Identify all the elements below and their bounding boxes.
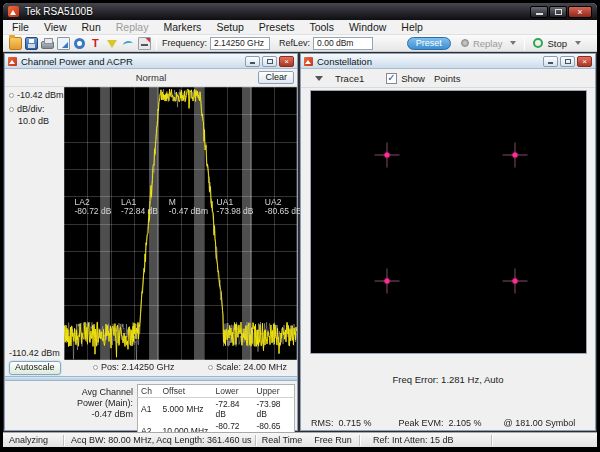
points-label[interactable]: Points: [434, 73, 460, 84]
acpr-titlebar[interactable]: Channel Power and ACPR ×: [5, 54, 297, 69]
view-mode-selector[interactable]: Normal: [5, 69, 297, 86]
autoscale-button[interactable]: Autoscale: [9, 361, 61, 375]
run-controls: Preset Replay Stop: [407, 37, 581, 50]
trace-controls: Trace1 Show Points: [301, 69, 595, 88]
pos-value: 2.14250 GHz: [122, 362, 175, 372]
recall-icon[interactable]: [57, 37, 70, 50]
menu-markers[interactable]: Markers: [163, 21, 201, 33]
trace-math-icon[interactable]: [122, 37, 135, 50]
acpr-results: Avg Channel Power (Main): -0.47 dBm Ch O…: [5, 381, 297, 430]
menu-presets[interactable]: Presets: [259, 21, 295, 33]
knob-icon: [93, 365, 98, 370]
stop-button[interactable]: Stop: [533, 38, 567, 49]
status-trigger: Free Run: [307, 435, 359, 445]
maximize-icon: [565, 59, 571, 64]
constellation-titlebar[interactable]: Constellation ×: [301, 54, 595, 69]
constellation-title: Constellation: [317, 56, 372, 67]
evm-readouts: RMS: 0.715 % Peak EVM: 2.105 % @ 181.00 …: [311, 418, 591, 428]
avg-line1: Avg Channel: [49, 387, 133, 398]
col-lower: Lower: [213, 385, 254, 398]
peak-evm-readout: Peak EVM: 2.105 %: [399, 418, 482, 428]
db-per-div-label: dB/div:: [17, 104, 45, 114]
settings-gear-icon[interactable]: [74, 38, 85, 49]
knob-icon: [9, 107, 14, 112]
rms-value: 0.715 %: [339, 418, 372, 428]
scale-control[interactable]: Scale: 24.00 MHz: [208, 362, 287, 372]
menu-help[interactable]: Help: [401, 21, 423, 33]
replay-label: Replay: [473, 38, 503, 49]
maximize-button[interactable]: [560, 56, 575, 67]
minimize-button[interactable]: [530, 6, 548, 18]
workspace: Channel Power and ACPR × Normal Clear -1…: [3, 52, 597, 432]
spectrum-graph[interactable]: LA2-80.72 dBLA1-72.84 dBM-0.47 dBmUA1-73…: [64, 87, 297, 360]
constellation-window: Constellation × Trace1 Show Points Freq …: [300, 53, 596, 431]
maximize-button[interactable]: [262, 56, 277, 67]
scale-value: 24.00 MHz: [244, 362, 288, 372]
constellation-point: [375, 269, 400, 294]
top-ref-value: -10.42 dBm: [17, 90, 64, 100]
freq-error-readout: Freq Error: 1.281 Hz, Auto: [301, 374, 595, 385]
menu-setup[interactable]: Setup: [216, 21, 243, 33]
preset-button[interactable]: Preset: [407, 37, 451, 50]
open-file-icon[interactable]: [9, 37, 22, 50]
frequency-input[interactable]: 2.14250 GHz: [210, 37, 270, 50]
bottom-reference-level: -110.42 dBm: [9, 348, 60, 358]
menu-file[interactable]: File: [12, 21, 29, 33]
peak-marker-icon[interactable]: [106, 37, 119, 50]
knob-icon: [9, 93, 14, 98]
minimize-button[interactable]: [245, 56, 260, 67]
top-reference-level[interactable]: -10.42 dBm: [9, 90, 64, 100]
acpr-title: Channel Power and ACPR: [21, 56, 133, 67]
tek-logo-icon: [8, 57, 17, 66]
scale-label: Scale:: [216, 362, 241, 372]
maximize-button[interactable]: [549, 6, 567, 18]
avg-channel-power: Avg Channel Power (Main): -0.47 dBm: [49, 387, 133, 420]
chevron-down-icon[interactable]: [315, 76, 323, 81]
minimize-button[interactable]: [543, 56, 558, 67]
acpr-window: Channel Power and ACPR × Normal Clear -1…: [4, 53, 298, 431]
minimize-icon: [250, 62, 255, 64]
reflev-label: RefLev:: [279, 38, 310, 48]
menu-view[interactable]: View: [44, 21, 67, 33]
close-button[interactable]: ×: [577, 56, 592, 67]
close-button[interactable]: ×: [568, 6, 592, 18]
menu-bar: File View Run Replay Markers Setup Prese…: [3, 20, 597, 35]
avg-line2: Power (Main):: [49, 398, 133, 409]
app-window: Tek RSA5100B × File View Run Replay Mark…: [3, 3, 597, 447]
cell: -72.84 dB: [213, 398, 254, 421]
menu-replay: Replay: [116, 21, 149, 33]
pos-label: Pos:: [101, 362, 119, 372]
acpr-toolbar: Normal Clear: [5, 69, 297, 87]
position-control[interactable]: Pos: 2.14250 GHz: [93, 362, 175, 372]
menu-run[interactable]: Run: [82, 21, 101, 33]
menu-tools[interactable]: Tools: [309, 21, 334, 33]
text-marker-icon[interactable]: [90, 37, 103, 50]
trace-selector[interactable]: Trace1: [335, 73, 364, 84]
main-titlebar: Tek RSA5100B ×: [3, 3, 597, 20]
window-title: Tek RSA5100B: [25, 6, 93, 17]
stop-run-icon: [533, 38, 543, 48]
status-separator: [491, 435, 493, 446]
db-per-div-value: 10.0 dB: [18, 116, 49, 126]
menu-window[interactable]: Window: [349, 21, 386, 33]
main-toolbar: Frequency: 2.14250 GHz RefLev: 0.00 dBm …: [3, 35, 597, 52]
maximize-icon: [555, 9, 562, 15]
close-button[interactable]: ×: [279, 56, 294, 67]
replay-dropdown-icon[interactable]: [510, 41, 516, 45]
reflev-input[interactable]: 0.00 dBm: [313, 37, 373, 50]
db-per-div-control[interactable]: dB/div:: [9, 104, 45, 114]
measurement-edit-icon[interactable]: [138, 37, 151, 50]
status-state: Analyzing: [3, 435, 63, 445]
save-icon[interactable]: [25, 37, 38, 50]
minimize-icon: [536, 13, 543, 15]
print-icon[interactable]: [41, 41, 54, 49]
at-symbol-value: @ 181.00 Symbol: [504, 418, 576, 428]
knob-icon: [208, 365, 213, 370]
stop-dropdown-icon[interactable]: [575, 41, 581, 45]
show-label: Show: [401, 73, 425, 84]
show-checkbox[interactable]: [386, 73, 397, 84]
acpr-window-controls: ×: [245, 56, 294, 67]
clear-button[interactable]: Clear: [258, 71, 294, 84]
db-per-div-amount: 10.0 dB: [18, 116, 49, 126]
col-upper: Upper: [254, 385, 295, 398]
